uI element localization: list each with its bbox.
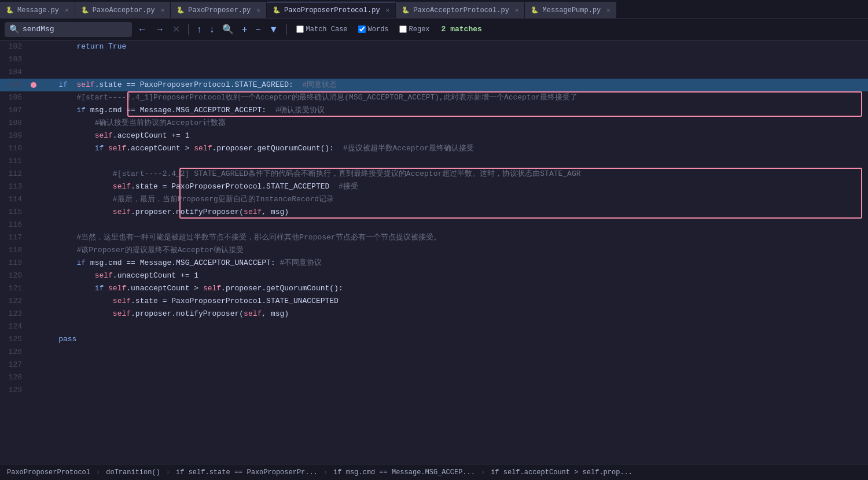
line-number: 126 <box>0 346 29 359</box>
line-indicator <box>29 269 38 282</box>
table-row: 112 #[start----2.4_2] STATE_AGREED条件下的代码… <box>0 168 868 180</box>
tab-label: PaxoProposer.py <box>188 6 251 14</box>
table-row: 122 self.state = PaxoProposerProtocol.ST… <box>0 295 868 308</box>
token: self <box>203 284 221 293</box>
nav-prev-button[interactable]: ← <box>135 23 149 36</box>
code-area[interactable]: 102 return True103104105 if self.state =… <box>0 40 868 464</box>
token: self <box>108 284 126 293</box>
table-row: 127 <box>0 359 868 371</box>
separator2 <box>286 24 287 35</box>
line-indicator <box>29 346 38 359</box>
line-content <box>38 359 868 371</box>
funnel-button[interactable]: ▼ <box>267 23 281 36</box>
tab-close-icon[interactable]: ✕ <box>386 6 390 14</box>
line-number: 106 <box>0 91 29 104</box>
filter-up-button[interactable]: ↑ <box>194 23 204 36</box>
search-input-container[interactable]: 🔍 <box>5 22 132 37</box>
minus-button[interactable]: − <box>253 23 263 36</box>
line-number: 120 <box>0 269 29 282</box>
token: .state = PaxoProposerProtocol.STATE_ACCE… <box>131 182 339 191</box>
table-row: 107 if msg.cmd == Message.MSG_ACCEPTOR_A… <box>0 104 868 117</box>
tab-paxoproposer[interactable]: 🐍PaxoProposer.py✕ <box>171 2 267 18</box>
line-indicator <box>29 295 38 308</box>
tab-icon: 🐍 <box>402 6 410 14</box>
line-indicator <box>29 231 38 244</box>
line-content: #最后，最后，当前Proposerg更新自己的InstanceRecord记录 <box>38 193 868 206</box>
tab-paxoacceptor[interactable]: 🐍PaxoAcceptor.py✕ <box>75 2 171 18</box>
token: #最后，最后，当前Proposerg更新自己的InstanceRecord记录 <box>113 195 334 204</box>
match-case-option[interactable]: Match Case <box>293 24 351 35</box>
tab-icon: 🐍 <box>273 6 281 14</box>
token: .state == PaxoProposerProtocol.STATE_AGR… <box>95 80 303 89</box>
tab-messagepump[interactable]: 🐍MessagePump.py✕ <box>525 2 616 18</box>
line-content: #该Proposer的提议最终不被Acceptor确认接受 <box>38 244 868 257</box>
line-number: 128 <box>0 371 29 384</box>
line-indicator <box>29 193 38 206</box>
table-row: 126 <box>0 346 868 359</box>
line-indicator <box>29 104 38 117</box>
regex-checkbox[interactable] <box>399 25 407 33</box>
line-content: if self.state == PaxoProposerProtocol.ST… <box>38 79 868 91</box>
regex-option[interactable]: Regex <box>396 24 433 35</box>
search-input[interactable] <box>23 25 115 34</box>
line-content: self.state = PaxoProposerProtocol.STATE_… <box>38 295 868 308</box>
line-number: 109 <box>0 130 29 142</box>
nav-next-button[interactable]: → <box>153 23 167 36</box>
line-number: 124 <box>0 320 29 333</box>
token: msg <box>90 106 104 115</box>
line-number: 116 <box>0 219 29 231</box>
token: self <box>113 182 131 191</box>
line-number: 107 <box>0 104 29 117</box>
line-content: self.state = PaxoProposerProtocol.STATE_… <box>38 180 868 193</box>
token: .state = PaxoProposerProtocol.STATE_UNAC… <box>131 297 339 305</box>
zoom-button[interactable]: 🔍 <box>220 23 236 36</box>
plus-button[interactable]: + <box>240 23 249 36</box>
tab-close-icon[interactable]: ✕ <box>65 6 69 14</box>
line-content <box>38 155 868 168</box>
table-row: 129 <box>0 384 868 397</box>
match-case-checkbox[interactable] <box>296 25 304 33</box>
line-content: #当然，这里也有一种可能是被超过半数节点不接受，那么同样其他Proposer节点… <box>38 231 868 244</box>
line-content: self.acceptCount += 1 <box>38 130 868 142</box>
tab-message[interactable]: 🐍Message.py✕ <box>0 2 75 18</box>
token: .cmd == Message.MSG_ACCEPTOR_ACCEPT: <box>104 106 275 115</box>
table-row: 102 return True <box>0 40 868 53</box>
line-indicator <box>29 282 38 295</box>
token: .proposer.getQuorumCount(): <box>221 284 343 293</box>
tab-icon: 🐍 <box>81 6 89 14</box>
table-row: 113 self.state = PaxoProposerProtocol.ST… <box>0 180 868 193</box>
token: .proposer.getQuorumCount(): <box>212 144 343 153</box>
tab-bar: 🐍Message.py✕🐍PaxoAcceptor.py✕🐍PaxoPropos… <box>0 0 868 19</box>
tab-close-icon[interactable]: ✕ <box>256 6 260 14</box>
table-row: 117 #当然，这里也有一种可能是被超过半数节点不接受，那么同样其他Propos… <box>0 231 868 244</box>
breadcrumb-item: if msg.cmd == Message.MSG_ACCEP... <box>333 468 475 477</box>
breadcrumb-item: if self.acceptCount > self.prop... <box>491 468 632 477</box>
token: #[start----2.4_1]ProposerProtocol收到一个Acc… <box>76 93 578 102</box>
filter-down-button[interactable]: ↓ <box>207 23 216 36</box>
token: .proposer.notifyProposer( <box>131 309 244 318</box>
table-row: 114 #最后，最后，当前Proposerg更新自己的InstanceRecor… <box>0 193 868 206</box>
words-checkbox[interactable] <box>358 25 366 33</box>
breadcrumb-separator: › <box>166 468 170 477</box>
breadcrumb-separator: › <box>481 468 485 477</box>
words-label: Words <box>368 25 389 34</box>
table-row: 111 <box>0 155 868 168</box>
tab-close-icon[interactable]: ✕ <box>515 6 519 14</box>
token: #确认接受协议 <box>275 106 325 115</box>
tab-paxoproposerprotocol[interactable]: 🐍PaxoProposerProtocol.py✕ <box>267 2 396 18</box>
line-content <box>38 384 868 397</box>
tab-close-icon[interactable]: ✕ <box>606 6 610 14</box>
table-row: 104 <box>0 66 868 79</box>
line-content: if msg.cmd == Message.MSG_ACCEPTOR_ACCEP… <box>38 104 868 117</box>
tab-close-icon[interactable]: ✕ <box>161 6 165 14</box>
line-indicator <box>29 371 38 384</box>
line-indicator <box>29 40 38 53</box>
table-row: 116 <box>0 219 868 231</box>
token: self <box>95 131 113 140</box>
words-option[interactable]: Words <box>355 24 392 35</box>
close-search-button[interactable]: ✕ <box>170 23 182 36</box>
token: .acceptCount += 1 <box>113 131 190 140</box>
token: self <box>113 208 131 216</box>
tab-paxoacceptorprotocol[interactable]: 🐍PaxoAcceptorProtocol.py✕ <box>396 2 525 18</box>
breakpoint-icon[interactable] <box>31 82 36 88</box>
